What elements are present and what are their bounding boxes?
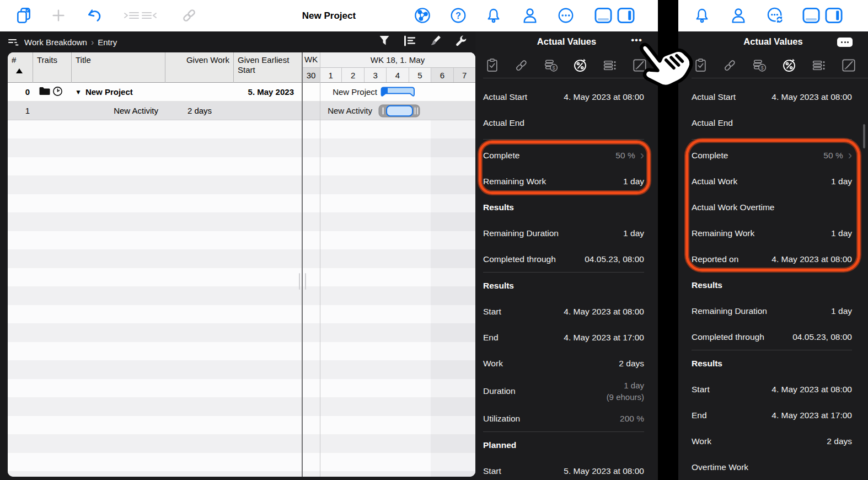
help-icon[interactable]: ?	[450, 7, 467, 24]
breadcrumb-item-view[interactable]: Work Breakdown	[24, 38, 87, 47]
tab-assignments-list-icon[interactable]	[602, 57, 618, 73]
gantt-day-header[interactable]: 6	[431, 68, 453, 82]
inspector-field-remaining-work[interactable]: Remaining Work1 day	[678, 220, 868, 246]
notifications-bell-icon[interactable]	[694, 7, 711, 24]
style-brush-icon[interactable]	[428, 34, 442, 47]
week-header-cell[interactable]: WK 18, 1. May	[320, 52, 475, 68]
inspector-field-actual-end[interactable]: Actual End	[678, 110, 868, 136]
inspector-field-complete[interactable]: Complete50 %›	[678, 142, 868, 168]
indent-outdent-icon[interactable]	[124, 8, 158, 23]
row-title[interactable]: New Activity	[72, 102, 165, 120]
toggle-right-panel-icon[interactable]	[824, 7, 843, 24]
gantt-activity-progress-widget[interactable]	[378, 104, 420, 120]
row-given-work[interactable]: 2 days	[165, 102, 234, 120]
inspector-field-remaining-work[interactable]: Remaining Work1 day	[475, 168, 658, 194]
inspector-field-remaining-duration[interactable]: Remaining Duration1 day	[475, 220, 658, 246]
table-row-activity[interactable]: 1 New Activity 2 days New Activity	[8, 102, 475, 120]
splitter-drag-handle[interactable]	[299, 273, 300, 290]
row-given-earliest-start[interactable]: 5. May 2023	[234, 83, 301, 101]
tab-finances-coins-icon[interactable]: $	[543, 57, 559, 73]
inspector-field-overtime-work[interactable]: Overtime Work	[678, 454, 868, 480]
toggle-bottom-panel-icon[interactable]	[802, 7, 821, 24]
collapse-triangle-icon[interactable]: ▼	[75, 88, 82, 96]
scrollbar[interactable]	[863, 124, 865, 148]
week-column-label: WK	[302, 52, 320, 68]
link-icon[interactable]	[181, 7, 197, 24]
user-icon[interactable]	[521, 7, 539, 25]
inspector-field-actual-work-overtime[interactable]: Actual Work Overtime	[678, 194, 868, 220]
inspector-field-end[interactable]: End4. May 2023 at 17:00	[475, 324, 658, 350]
inspector-field-duration[interactable]: Duration1 day(9 ehours)	[475, 376, 658, 406]
tab-notes-pencil-icon[interactable]	[631, 57, 648, 73]
tab-dependency-links-icon[interactable]	[722, 57, 738, 73]
filter-icon[interactable]	[378, 34, 390, 47]
undo-icon[interactable]	[85, 7, 102, 24]
tab-clipboard-check-icon[interactable]	[484, 57, 500, 73]
gantt-day-header[interactable]: 2	[342, 68, 364, 82]
inspector-field-remaining-duration[interactable]: Remaining Duration1 day	[678, 298, 868, 324]
inspector-panel-right: Actual Values $ Actual Start4. May 2023 …	[678, 31, 868, 480]
inspector-field-start[interactable]: Start4. May 2023 at 08:00	[475, 298, 658, 324]
inspector-field-actual-work[interactable]: Actual Work1 day	[678, 168, 868, 194]
inspector-field-complete[interactable]: Complete50 %›	[475, 142, 658, 168]
gantt-day-header[interactable]: 1	[320, 68, 342, 82]
sync-chat-icon[interactable]	[767, 7, 785, 25]
more-options-button[interactable]: •••	[631, 36, 642, 44]
add-icon[interactable]	[51, 8, 66, 23]
tab-assignments-list-icon[interactable]	[811, 57, 827, 73]
tab-percent-complete-icon[interactable]	[572, 57, 588, 73]
field-label: Complete	[483, 151, 519, 161]
inspector-field-start[interactable]: Start4. May 2023 at 08:00	[678, 376, 868, 402]
breadcrumb-item-mode[interactable]: Entry	[98, 38, 117, 47]
tab-finances-coins-icon[interactable]: $	[751, 57, 768, 73]
field-value: 50 %	[615, 151, 635, 161]
field-value: 1 day	[831, 228, 852, 238]
tab-dependency-links-icon[interactable]	[513, 57, 529, 73]
tab-notes-pencil-icon[interactable]	[840, 57, 857, 73]
table-row-project[interactable]: 0 ▼ New Project 5. May 2023 New Project	[8, 83, 475, 102]
network-icon[interactable]	[414, 7, 431, 24]
chevron-right-icon: ›	[848, 150, 852, 161]
more-circle-icon[interactable]	[558, 7, 575, 24]
column-header-title[interactable]: Title	[72, 52, 165, 83]
inspector-field-actual-end[interactable]: Actual End	[475, 110, 658, 136]
notifications-bell-icon[interactable]	[485, 7, 502, 24]
inspector-field-work[interactable]: Work2 days	[678, 428, 868, 454]
column-header-given-earliest-start[interactable]: Given Earliest Start	[234, 52, 301, 83]
user-icon[interactable]	[730, 7, 748, 25]
column-header-traits[interactable]: Traits	[33, 52, 72, 83]
tab-percent-complete-icon[interactable]	[781, 57, 797, 73]
inspector-section-header: Planned	[475, 432, 658, 458]
inspector-field-reported-on[interactable]: Reported on4. May 2023 at 08:00	[678, 246, 868, 272]
inspector-field-utilization[interactable]: Utilization200 %	[475, 406, 658, 431]
inspector-separator	[475, 136, 658, 142]
chevron-right-icon: ›	[640, 150, 644, 161]
inspector-field-completed-through[interactable]: Completed through04.05.23, 08:00	[678, 324, 868, 350]
toggle-right-panel-icon[interactable]	[617, 7, 635, 24]
gantt-summary-bar[interactable]	[381, 87, 415, 100]
column-header-number[interactable]: #	[8, 52, 33, 83]
gantt-day-header[interactable]: 3	[365, 68, 387, 82]
toggle-bottom-panel-icon[interactable]	[594, 7, 613, 24]
outline-view-icon[interactable]	[403, 34, 416, 47]
inspector-field-work[interactable]: Work2 days	[475, 350, 658, 376]
inspector-field-start[interactable]: Start5. May 2023 at 08:00	[475, 458, 658, 480]
gantt-day-header[interactable]: 5	[409, 68, 431, 82]
field-label: Complete	[692, 151, 728, 161]
splitter-drag-handle[interactable]	[305, 273, 306, 290]
documents-icon[interactable]	[15, 7, 33, 24]
more-options-button[interactable]	[837, 38, 853, 47]
column-header-given-work[interactable]: Given Work	[165, 52, 234, 83]
gantt-day-header[interactable]: 4	[387, 68, 409, 82]
inspector-field-actual-start[interactable]: Actual Start4. May 2023 at 08:00	[475, 84, 658, 110]
row-title[interactable]: ▼ New Project	[72, 83, 165, 101]
field-label: Actual Start	[692, 92, 736, 102]
week-number-cell[interactable]: 30	[302, 68, 320, 83]
settings-wrench-icon[interactable]	[454, 34, 468, 47]
inspector-field-end[interactable]: End4. May 2023 at 17:00	[678, 402, 868, 428]
gantt-day-header[interactable]: 7	[454, 68, 475, 82]
inspector-field-completed-through[interactable]: Completed through04.05.23, 08:00	[475, 246, 658, 272]
table-gantt-splitter[interactable]	[302, 52, 303, 477]
tab-clipboard-check-icon[interactable]	[693, 57, 709, 73]
inspector-field-actual-start[interactable]: Actual Start4. May 2023 at 08:00	[678, 84, 868, 110]
